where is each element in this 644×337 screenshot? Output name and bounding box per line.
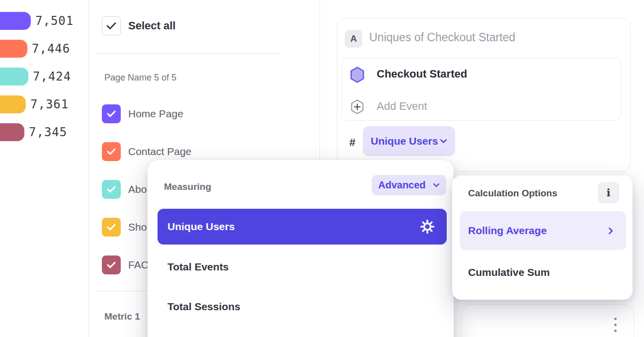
panel-divider-left xyxy=(88,0,89,337)
check-icon xyxy=(106,22,116,30)
menu-option-unique-users[interactable]: Unique Users xyxy=(158,209,447,245)
bar-value: 7,424 xyxy=(33,70,71,84)
bar-segment xyxy=(0,68,28,85)
chevron-down-icon xyxy=(433,183,440,187)
option-label: Rolling Average xyxy=(460,225,547,237)
chevron-down-icon xyxy=(440,139,447,144)
series-badge: A xyxy=(345,30,362,48)
bar-value: 7,345 xyxy=(29,125,67,139)
calculation-options-menu: Calculation Options i Rolling Average Cu… xyxy=(452,175,633,300)
checkbox-label[interactable]: Sho xyxy=(128,218,147,237)
check-icon xyxy=(107,110,116,117)
metric-label: Metric 1 xyxy=(104,311,140,322)
bar-value: 7,361 xyxy=(30,97,69,111)
secondary-metric-card xyxy=(461,304,634,337)
select-all-label[interactable]: Select all xyxy=(128,16,175,35)
event-row[interactable]: Checkout Started xyxy=(377,68,467,81)
kebab-menu-icon[interactable] xyxy=(614,318,617,332)
checkbox-home-page[interactable] xyxy=(102,104,121,123)
calc-option-cumulative-sum[interactable]: Cumulative Sum xyxy=(468,266,550,278)
measuring-menu-title: Measuring xyxy=(164,181,211,192)
checkbox-faq-page[interactable] xyxy=(102,255,121,274)
advanced-dropdown[interactable]: Advanced xyxy=(372,175,446,195)
bar-segment xyxy=(0,12,31,30)
measurement-value: Unique Users xyxy=(371,135,438,147)
bar-segment xyxy=(0,95,26,113)
gear-icon[interactable] xyxy=(420,219,435,234)
calc-option-rolling-average[interactable]: Rolling Average xyxy=(460,211,626,250)
info-button[interactable]: i xyxy=(598,182,619,203)
bar-row: 7,345 xyxy=(0,123,67,141)
bar-row: 7,361 xyxy=(0,95,69,113)
chevron-right-icon xyxy=(608,227,613,235)
menu-option-total-events[interactable]: Total Events xyxy=(167,261,229,273)
select-all-checkbox[interactable] xyxy=(102,16,121,35)
check-icon xyxy=(107,186,116,193)
bar-segment xyxy=(0,123,24,141)
divider xyxy=(96,53,280,54)
bar-row: 7,501 xyxy=(0,12,74,30)
add-event-button[interactable]: Add Event xyxy=(377,100,427,113)
calculation-menu-title: Calculation Options xyxy=(468,188,557,199)
checkbox-contact-page[interactable] xyxy=(102,142,121,161)
bar-value: 7,446 xyxy=(32,42,70,56)
check-icon xyxy=(107,261,116,268)
bar-row: 7,446 xyxy=(0,40,70,58)
checkbox-label[interactable]: Abo xyxy=(128,180,147,199)
query-name-input[interactable]: Uniques of Checkout Started xyxy=(369,31,515,44)
analytics-app: 7,501 7,446 7,424 7,361 7,345 Select all xyxy=(0,0,644,337)
checkbox-label[interactable]: Contact Page xyxy=(128,142,191,161)
add-event-hexagon-plus-icon[interactable] xyxy=(350,99,364,114)
measurement-dropdown[interactable]: Unique Users xyxy=(363,126,455,156)
bar-segment xyxy=(0,40,27,58)
group-label: Page Name 5 of 5 xyxy=(104,73,176,83)
check-icon xyxy=(107,148,116,155)
checkbox-label[interactable]: Home Page xyxy=(128,104,183,123)
checkbox-label[interactable]: FAC xyxy=(128,255,149,274)
menu-option-total-sessions[interactable]: Total Sessions xyxy=(167,301,241,313)
check-icon xyxy=(107,224,116,231)
checkbox-about-page[interactable] xyxy=(102,180,121,199)
measuring-menu: Measuring Advanced Unique Users Total Ev… xyxy=(148,160,454,337)
bar-row: 7,424 xyxy=(0,68,71,85)
event-hexagon-icon xyxy=(350,67,365,83)
option-label: Unique Users xyxy=(158,221,235,233)
bar-value: 7,501 xyxy=(35,14,74,28)
info-icon: i xyxy=(607,186,611,199)
checkbox-shop-page[interactable] xyxy=(102,218,121,237)
measurement-prefix: # xyxy=(349,136,355,149)
advanced-label: Advanced xyxy=(378,179,426,191)
